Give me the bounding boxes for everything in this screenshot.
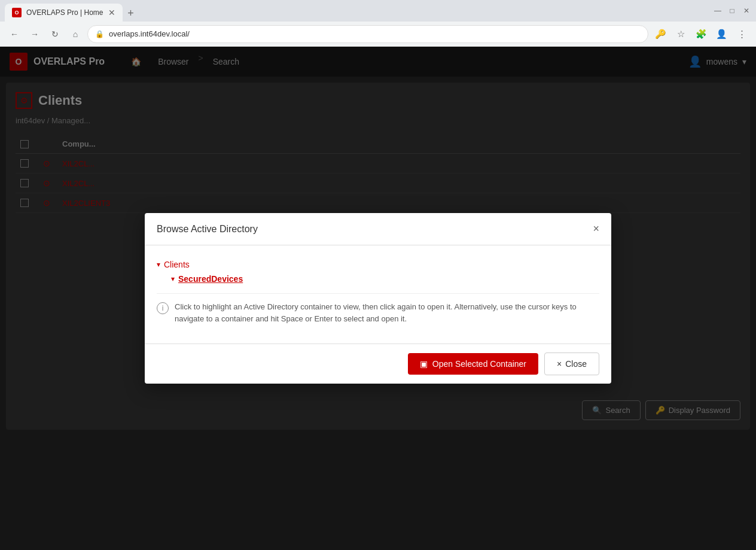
modal-footer: ▣ Open Selected Container × Close (145, 344, 611, 384)
extensions-icon[interactable]: 🧩 (693, 26, 709, 42)
modal-close-button[interactable]: × (593, 223, 599, 235)
key-icon[interactable]: 🔑 (652, 26, 669, 42)
close-button-label: Close (565, 359, 587, 369)
modal-dialog: Browse Active Directory × ▾ Clients ▾ Se… (145, 213, 611, 384)
menu-icon[interactable]: ⋮ (733, 26, 750, 42)
close-icon: × (557, 359, 562, 369)
minimize-button[interactable]: — (713, 6, 723, 16)
home-button[interactable]: ⌂ (67, 26, 84, 42)
tree-child-arrow[interactable]: ▾ (171, 275, 175, 283)
tree-child-item[interactable]: ▾ SecuredDevices (171, 272, 599, 286)
address-text: overlaps.int64dev.local/ (109, 29, 190, 38)
browser-chrome: O OVERLAPS Pro | Home ✕ + — □ ✕ ← → ↻ ⌂ … (0, 0, 756, 47)
bookmark-icon[interactable]: ☆ (672, 26, 689, 42)
tree-root-arrow[interactable]: ▾ (157, 260, 160, 269)
forward-button[interactable]: → (26, 26, 43, 42)
tree-root-label[interactable]: Clients (164, 260, 190, 269)
back-button[interactable]: ← (6, 26, 23, 42)
new-tab-button[interactable]: + (123, 5, 139, 22)
info-icon: i (157, 302, 169, 314)
info-box: i Click to highlight an Active Directory… (157, 293, 599, 332)
open-button-label: Open Selected Container (432, 359, 526, 369)
modal-overlay: Browse Active Directory × ▾ Clients ▾ Se… (0, 47, 756, 550)
tree-children: ▾ SecuredDevices (171, 272, 599, 286)
tab-favicon: O (12, 8, 22, 17)
profile-icon[interactable]: 👤 (713, 26, 730, 42)
page-background: O OVERLAPS Pro 🏠 Browser > Search 👤 mowe… (0, 47, 756, 550)
open-container-button[interactable]: ▣ Open Selected Container (408, 353, 538, 375)
lock-icon: 🔒 (95, 30, 104, 38)
close-button[interactable]: × Close (544, 353, 599, 375)
info-text: Click to highlight an Active Directory c… (175, 301, 599, 324)
browser-tab-active[interactable]: O OVERLAPS Pro | Home ✕ (5, 4, 123, 22)
tree-root-item[interactable]: ▾ Clients (157, 257, 599, 272)
modal-title: Browse Active Directory (157, 224, 258, 235)
modal-body: ▾ Clients ▾ SecuredDevices i Click to hi… (145, 245, 611, 344)
open-icon: ▣ (420, 359, 428, 369)
tab-close-icon[interactable]: ✕ (108, 8, 115, 17)
close-window-button[interactable]: ✕ (742, 6, 751, 16)
tab-title: OVERLAPS Pro | Home (26, 8, 103, 17)
modal-header: Browse Active Directory × (145, 213, 611, 245)
maximize-button[interactable]: □ (727, 6, 737, 16)
reload-button[interactable]: ↻ (47, 26, 63, 42)
address-bar[interactable]: 🔒 overlaps.int64dev.local/ (87, 25, 648, 43)
tree-child-label[interactable]: SecuredDevices (178, 274, 243, 284)
